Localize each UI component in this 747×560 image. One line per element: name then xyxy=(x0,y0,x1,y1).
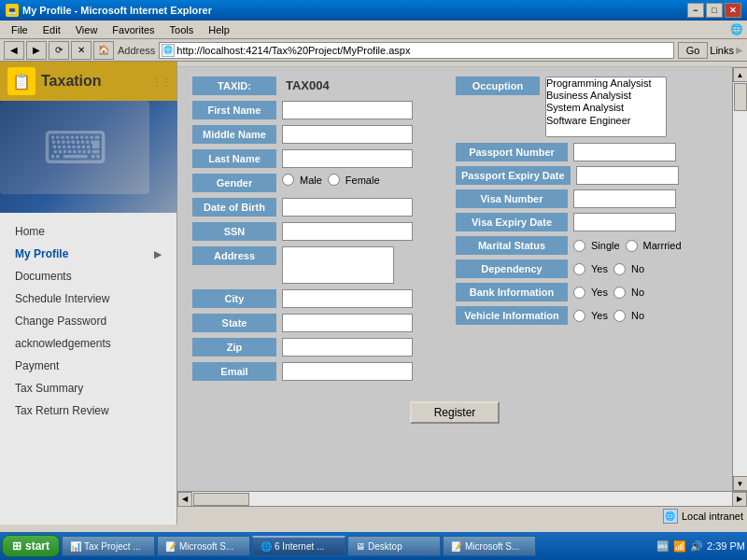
scroll-thumb[interactable] xyxy=(734,83,747,111)
scroll-left-button[interactable]: ◀ xyxy=(177,492,192,507)
scroll-down-button[interactable]: ▼ xyxy=(733,476,748,491)
passport-number-input[interactable] xyxy=(573,143,676,161)
gender-male-radio[interactable] xyxy=(282,174,294,186)
ssn-input[interactable] xyxy=(282,222,413,241)
sidebar-item-taxsummary[interactable]: Tax Summary xyxy=(0,377,176,399)
state-input[interactable] xyxy=(282,314,413,332)
scroll-right-button[interactable]: ▶ xyxy=(732,492,747,507)
back-button[interactable]: ◀ xyxy=(4,41,24,60)
menu-view[interactable]: View xyxy=(68,22,106,37)
marital-single-radio[interactable] xyxy=(573,240,585,252)
taskbar-item-2[interactable]: 🌐 6 Internet ... xyxy=(252,536,345,556)
taxid-label: TAXID: xyxy=(192,77,276,95)
city-input[interactable] xyxy=(282,289,413,308)
stop-button[interactable]: ✕ xyxy=(71,41,92,60)
start-button[interactable]: ⊞ start xyxy=(2,535,60,557)
firstname-input[interactable] xyxy=(282,101,413,119)
refresh-button[interactable]: ⟳ xyxy=(49,41,69,60)
address-input[interactable] xyxy=(176,45,670,56)
taxid-row: TAXID: TAX004 xyxy=(192,77,437,95)
register-button[interactable]: Register xyxy=(410,401,500,424)
marital-married-radio[interactable] xyxy=(626,240,638,252)
passport-expiry-input[interactable] xyxy=(576,166,679,185)
address-input[interactable] xyxy=(282,246,394,284)
go-button[interactable]: Go xyxy=(678,42,709,59)
passport-expiry-row: Passport Expiry Date xyxy=(456,166,717,185)
firstname-row: First Name xyxy=(192,101,437,119)
taskbar-icon-1: 📝 xyxy=(165,541,176,552)
gender-label: Gender xyxy=(192,174,276,192)
restore-button[interactable]: □ xyxy=(706,3,723,18)
visa-number-input[interactable] xyxy=(573,189,676,208)
scroll-up-button[interactable]: ▲ xyxy=(733,67,748,82)
sidebar-item-home[interactable]: Home xyxy=(0,220,176,243)
hscroll-thumb[interactable] xyxy=(193,493,249,506)
bank-info-row: Bank Information Yes No xyxy=(456,283,717,301)
bank-no-radio[interactable] xyxy=(613,287,626,299)
taskbar-time: 2:39 PM xyxy=(707,540,745,552)
window-controls: − □ ✕ xyxy=(687,3,741,18)
menu-help[interactable]: Help xyxy=(201,22,237,37)
menu-favorites[interactable]: Favorites xyxy=(105,22,162,37)
sidebar-item-acknowledgements[interactable]: acknowledgements xyxy=(0,332,176,355)
occupation-label: Occuption xyxy=(456,77,540,95)
dob-row: Date of Birth xyxy=(192,198,437,217)
close-button[interactable]: ✕ xyxy=(725,3,741,18)
vehicle-yes-radio[interactable] xyxy=(573,310,585,322)
visa-expiry-input[interactable] xyxy=(573,213,676,231)
nav-menu: Home My Profile ▶ Documents Schedule Int… xyxy=(0,213,176,429)
firstname-label: First Name xyxy=(192,101,276,119)
bank-radio-group: Yes No xyxy=(573,287,644,299)
menu-file[interactable]: File xyxy=(4,22,35,37)
bank-yes-radio[interactable] xyxy=(573,287,585,299)
hscroll-track xyxy=(192,492,732,507)
dependency-no-radio[interactable] xyxy=(613,263,626,275)
middlename-input[interactable] xyxy=(282,125,413,144)
app-icon: 💻 xyxy=(6,4,19,17)
marital-married-label: Marrried xyxy=(643,240,682,251)
home-button[interactable]: 🏠 xyxy=(93,41,114,60)
zip-input[interactable] xyxy=(282,338,413,357)
taskbar-item-0[interactable]: 📊 Tax Project ... xyxy=(62,536,155,556)
email-input[interactable] xyxy=(282,362,413,381)
lastname-input[interactable] xyxy=(282,149,413,168)
menu-tools[interactable]: Tools xyxy=(162,22,202,37)
expand-icon: ▶ xyxy=(736,45,743,55)
sidebar-item-changepassword[interactable]: Change Password xyxy=(0,310,176,332)
right-column: Occuption Programming Analysist Business… xyxy=(437,77,717,386)
status-right: 🌐 Local intranet xyxy=(663,509,743,524)
occupation-area: Occuption Programming Analysist Business… xyxy=(456,77,717,137)
dob-input[interactable] xyxy=(282,198,413,217)
occupation-select[interactable]: Programming Analysist Business Analysist… xyxy=(545,77,667,137)
sidebar-item-myprofile[interactable]: My Profile ▶ xyxy=(0,243,176,265)
taskbar-item-1[interactable]: 📝 Microsoft S... xyxy=(157,536,250,556)
sidebar-item-schedule[interactable]: Schedule Interview xyxy=(0,287,176,310)
dependency-row: Dependency Yes No xyxy=(456,259,717,278)
forward-button[interactable]: ▶ xyxy=(26,41,47,60)
sidebar-item-taxreturn[interactable]: Tax Return Review xyxy=(0,399,176,422)
dependency-label: Dependency xyxy=(456,259,568,278)
state-label: State xyxy=(192,314,276,332)
middlename-label: Middle Name xyxy=(192,125,276,144)
logo-text: Taxation xyxy=(41,73,102,90)
dependency-yes-radio[interactable] xyxy=(573,263,585,275)
menu-edit[interactable]: Edit xyxy=(35,22,68,37)
city-label: City xyxy=(192,289,276,308)
links-button[interactable]: Links xyxy=(710,45,734,56)
vehicle-no-radio[interactable] xyxy=(613,310,626,322)
taskbar-network-icon: 📶 xyxy=(673,540,686,553)
taskbar-icon-3: 🖥 xyxy=(356,541,365,552)
form-container: TAXID: TAX004 First Name Middle Name xyxy=(192,77,717,431)
gender-female-radio[interactable] xyxy=(328,174,340,186)
vehicle-no-label: No xyxy=(631,310,644,321)
main-content: TAXID: TAX004 First Name Middle Name xyxy=(177,67,732,491)
email-label: Email xyxy=(192,362,276,381)
register-row: Register xyxy=(192,386,717,431)
minimize-button[interactable]: − xyxy=(687,3,704,18)
marital-status-row: Marital Status Single Marrried xyxy=(456,236,717,255)
sidebar-image xyxy=(0,101,177,213)
taskbar-item-3[interactable]: 🖥 Desktop xyxy=(347,536,441,556)
sidebar-item-documents[interactable]: Documents xyxy=(0,265,176,287)
sidebar-item-payment[interactable]: Payment xyxy=(0,355,176,377)
taskbar-item-4[interactable]: 📝 Microsoft S... xyxy=(443,536,536,556)
